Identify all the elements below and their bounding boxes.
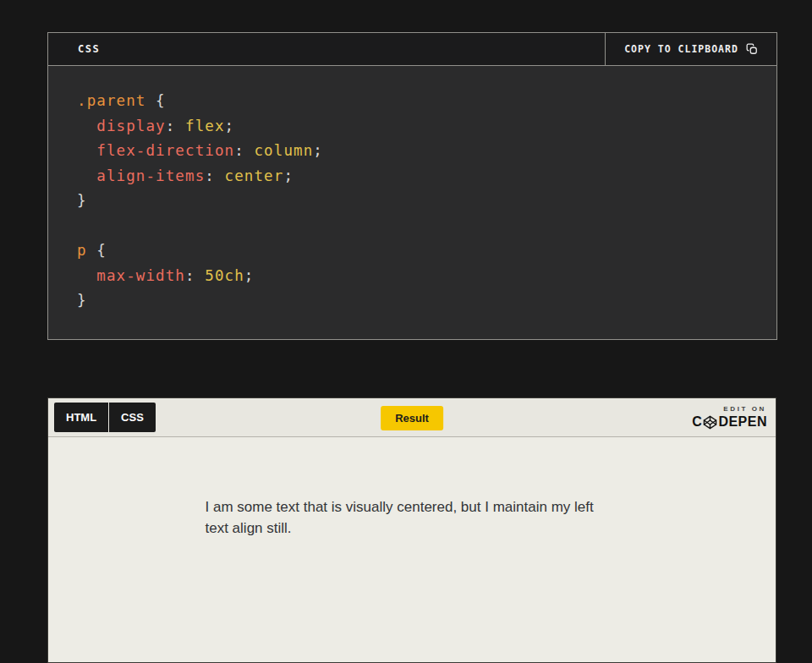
editor-tabs: HTMLCSS xyxy=(54,403,156,432)
embed-header: HTMLCSS Result EDIT ON C DEPEN xyxy=(48,398,776,437)
edit-on-label: EDIT ON xyxy=(692,405,766,413)
codepen-logo-prefix: C xyxy=(692,414,702,430)
language-label: CSS xyxy=(48,33,605,65)
codepen-embed: HTMLCSS Result EDIT ON C DEPEN I am xyxy=(47,397,776,663)
edit-on-codepen-link[interactable]: EDIT ON C DEPEN xyxy=(692,405,767,430)
code-line xyxy=(77,214,760,239)
code-line: } xyxy=(77,288,760,314)
copy-button-label: COPY TO CLIPBOARD xyxy=(624,43,738,55)
result-paragraph: I am some text that is visually centered… xyxy=(206,496,619,539)
code-panel-header: CSS COPY TO CLIPBOARD xyxy=(48,33,776,66)
codepen-logo-suffix: DEPEN xyxy=(718,414,767,430)
code-line: max-width: 50ch; xyxy=(77,264,760,289)
css-code-panel: CSS COPY TO CLIPBOARD .parent { display:… xyxy=(47,32,777,340)
code-line: display: flex; xyxy=(77,114,760,140)
tab-css[interactable]: CSS xyxy=(109,403,156,432)
code-line: } xyxy=(77,189,760,214)
result-tab-button[interactable]: Result xyxy=(381,406,443,430)
code-line: .parent { xyxy=(77,89,760,114)
result-pane: I am some text that is visually centered… xyxy=(48,437,776,539)
copy-to-clipboard-button[interactable]: COPY TO CLIPBOARD xyxy=(605,33,776,65)
codepen-logo: C DEPEN xyxy=(692,414,767,430)
codepen-cube-icon xyxy=(702,415,718,430)
tab-html[interactable]: HTML xyxy=(54,403,108,432)
copy-icon xyxy=(746,43,758,55)
code-line: flex-direction: column; xyxy=(77,139,760,164)
code-line: align-items: center; xyxy=(77,164,760,189)
code-line: p { xyxy=(77,238,760,264)
code-content: .parent { display: flex; flex-direction:… xyxy=(48,66,776,339)
